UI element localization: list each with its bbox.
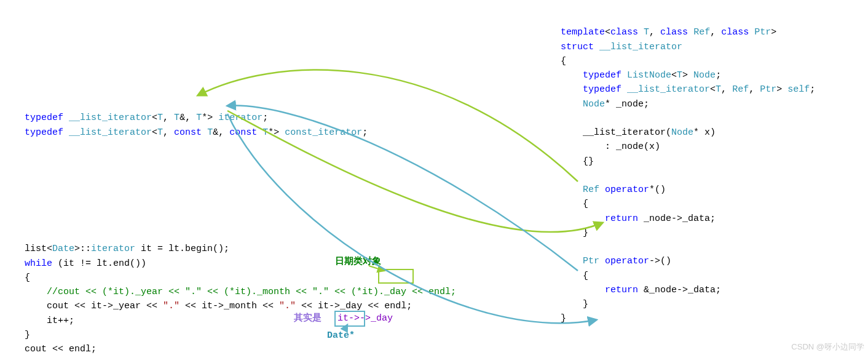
annot-date-obj: 日期类对象 xyxy=(335,255,381,269)
struct-block: template<class T, class Ref, class Ptr> … xyxy=(561,11,815,326)
typedef-block: typedef __list_iterator<T, T&, T*> itera… xyxy=(25,97,368,140)
annot-date-star: Date* xyxy=(327,329,355,343)
kw: typedef xyxy=(25,113,63,123)
comment-line: //cout << (*it)._year << "." << (*it)._m… xyxy=(47,287,456,297)
annot-actually: 其实是 xyxy=(294,311,322,325)
box-star-it xyxy=(378,269,414,284)
loop-block: list<Date>::iterator it = lt.begin(); wh… xyxy=(25,228,456,355)
annot-it-expr: it->->_day xyxy=(337,311,393,325)
watermark: CSDN @呀小边同学 xyxy=(791,341,864,353)
